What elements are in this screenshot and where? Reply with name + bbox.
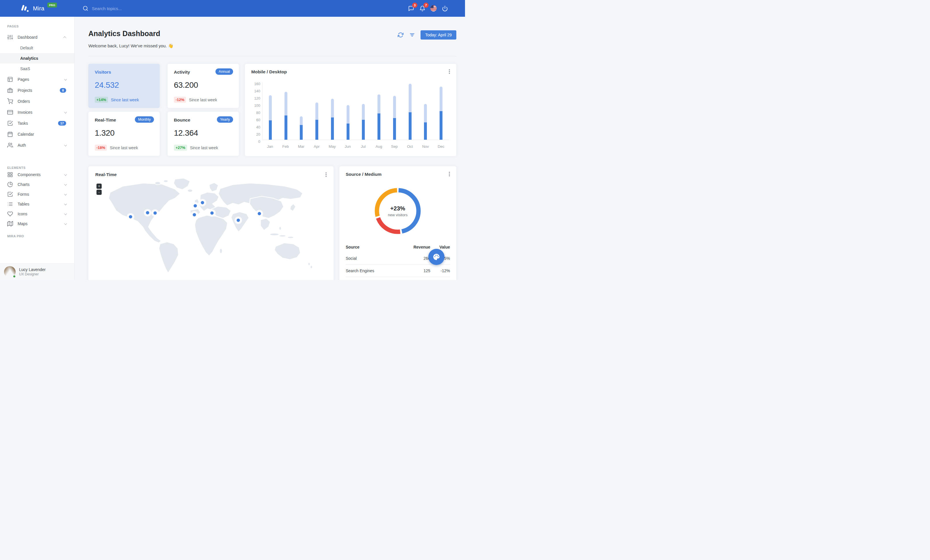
messages-button[interactable]: 3	[408, 5, 414, 12]
layout-icon	[7, 77, 13, 82]
y-axis-tick: 0	[250, 140, 260, 144]
sidebar-item-tables[interactable]: Tables	[0, 199, 74, 209]
bar-feb[interactable]	[278, 82, 294, 140]
list-icon	[7, 201, 13, 207]
sidebar-item-pages[interactable]: Pages	[0, 74, 74, 85]
brand[interactable]: Mira PRO	[20, 0, 57, 17]
bar-segment-mobile	[409, 112, 411, 140]
calendar-icon	[7, 131, 13, 137]
cell-source: Direct	[346, 277, 399, 280]
bar-jun[interactable]	[340, 82, 356, 140]
cart-icon	[7, 98, 13, 104]
sidebar-item-projects[interactable]: Projects8	[0, 85, 74, 96]
bar-segment-mobile	[377, 114, 380, 140]
bar-dec[interactable]	[433, 82, 449, 140]
period-pill[interactable]: Monthly	[135, 116, 154, 123]
sidebar-item-dashboard[interactable]: Dashboard	[0, 32, 74, 43]
theme-settings-button[interactable]	[428, 249, 445, 265]
source-medium-title: Source / Medium	[346, 172, 382, 177]
header-actions: Today: April 29	[397, 30, 456, 40]
bar-segment-desktop	[316, 103, 318, 120]
bar-chart-x-labels: JanFebMarAprMayJunJulAugSepOctNovDec	[262, 144, 449, 149]
bar-segment-mobile	[393, 118, 396, 140]
real-time-map-card: Real-Time + -	[88, 166, 334, 280]
sidebar-item-default[interactable]: Default	[0, 43, 74, 53]
bar-may[interactable]	[325, 82, 340, 140]
table-row: Search Engines125-12%	[346, 265, 450, 277]
sidebar-item-calendar[interactable]: Calendar	[0, 129, 74, 140]
map-zoom-out-button[interactable]: -	[97, 190, 102, 195]
period-pill[interactable]: Yearly	[217, 116, 233, 123]
sidebar-user[interactable]: Lucy Lavender UX Designer	[0, 263, 74, 280]
date-range-button[interactable]: Today: April 29	[420, 30, 456, 40]
sidebar-item-maps[interactable]: Maps	[0, 219, 74, 229]
world-map[interactable]	[88, 166, 334, 280]
bar-aug[interactable]	[371, 82, 387, 140]
bar-oct[interactable]	[402, 82, 418, 140]
pro-badge: PRO	[47, 3, 57, 8]
map-marker[interactable]	[234, 216, 242, 224]
bar-jul[interactable]	[356, 82, 371, 140]
cell-revenue: 125	[399, 265, 430, 277]
stat-value: 24.532	[95, 81, 119, 90]
filter-button[interactable]	[409, 32, 415, 38]
sidebar-item-auth[interactable]: Auth	[0, 140, 74, 151]
sidebar-item-tasks[interactable]: Tasks17	[0, 118, 74, 129]
map-icon	[7, 221, 13, 227]
mira-logo-icon	[20, 4, 29, 13]
logout-button[interactable]	[441, 5, 448, 12]
map-marker[interactable]	[208, 209, 216, 217]
search-input[interactable]	[92, 6, 173, 11]
sidebar-item-icons[interactable]: Icons	[0, 209, 74, 219]
map-zoom-in-button[interactable]: +	[97, 184, 102, 189]
us-flag-icon	[430, 5, 437, 12]
sidebar-item-label: Dashboard	[18, 35, 64, 40]
map-marker[interactable]	[199, 199, 206, 206]
sidebar-item-charts[interactable]: Charts	[0, 180, 74, 189]
y-axis-tick: 140	[250, 89, 260, 93]
sidebar-item-label: Calendar	[18, 132, 66, 137]
bar-segment-desktop	[285, 92, 287, 116]
x-axis-label: Jul	[356, 144, 371, 149]
sidebar-item-invoices[interactable]: Invoices	[0, 107, 74, 118]
map-marker[interactable]	[151, 209, 159, 217]
bar-mar[interactable]	[294, 82, 309, 140]
refresh-button[interactable]	[397, 32, 404, 38]
map-marker[interactable]	[191, 202, 199, 210]
refresh-icon	[398, 32, 403, 38]
cell-source: Social	[346, 252, 399, 265]
palette-icon	[433, 253, 440, 261]
map-marker[interactable]	[127, 213, 134, 221]
bar-segment-mobile	[300, 125, 303, 140]
credit-card-icon	[7, 109, 13, 115]
count-badge: 17	[58, 121, 66, 126]
map-marker[interactable]	[144, 209, 151, 216]
bar-apr[interactable]	[309, 82, 325, 140]
sidebar-item-components[interactable]: Components	[0, 170, 74, 180]
language-button[interactable]	[430, 5, 437, 12]
notifications-button[interactable]: 7	[419, 5, 426, 12]
bar-nov[interactable]	[418, 82, 434, 140]
bar-segment-desktop	[269, 95, 272, 120]
card-menu-button[interactable]	[447, 69, 452, 74]
x-axis-label: Sep	[387, 144, 402, 149]
sidebar-item-forms[interactable]: Forms	[0, 189, 74, 199]
chevron-down-icon	[64, 143, 67, 146]
stat-value: 63.200	[174, 81, 198, 90]
bar-jan[interactable]	[263, 82, 278, 140]
welcome-message: Welcome back, Lucy! We've missed you. 👋	[88, 43, 173, 49]
card-menu-button[interactable]	[447, 172, 452, 176]
x-axis-label: Jan	[262, 144, 278, 149]
map-marker[interactable]	[191, 211, 198, 218]
sidebar-item-analytics[interactable]: Analytics	[0, 53, 74, 63]
period-pill[interactable]: Annual	[216, 68, 233, 75]
sidebar-item-orders[interactable]: Orders	[0, 96, 74, 107]
brand-name: Mira	[33, 5, 45, 12]
sidebar-item-label: Projects	[18, 88, 60, 93]
bar-segment-mobile	[362, 120, 365, 140]
map-marker[interactable]	[256, 210, 263, 217]
bar-segment-mobile	[285, 115, 287, 140]
briefcase-icon	[7, 87, 13, 93]
bar-sep[interactable]	[387, 82, 402, 140]
sidebar-item-saas[interactable]: SaaS	[0, 63, 74, 74]
